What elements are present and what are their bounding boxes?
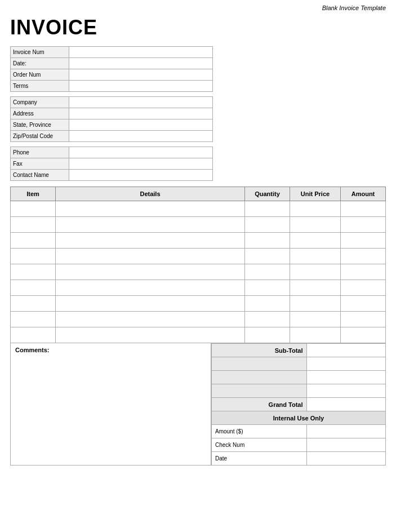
details-cell[interactable] — [56, 280, 245, 296]
table-row — [212, 384, 386, 398]
contact-name-field[interactable] — [69, 170, 213, 181]
check-num-value[interactable] — [306, 438, 385, 452]
table-row: State, Province — [11, 119, 213, 131]
address-field[interactable] — [69, 108, 213, 119]
table-row: Order Num — [11, 69, 213, 81]
quantity-header: Quantity — [245, 187, 290, 201]
date-field[interactable] — [69, 58, 213, 69]
amount-cell[interactable] — [341, 296, 386, 312]
totals-table: Sub-Total Grand Total Internal Use Only — [211, 343, 386, 466]
internal-date-value[interactable] — [306, 452, 385, 466]
quantity-cell[interactable] — [245, 312, 290, 327]
internal-use-row: Internal Use Only — [212, 411, 386, 425]
amount-cell[interactable] — [341, 233, 386, 249]
details-cell[interactable] — [56, 296, 245, 312]
amount-cell[interactable] — [341, 249, 386, 264]
state-province-label: State, Province — [11, 119, 69, 131]
amount-s-label: Amount ($) — [212, 425, 307, 438]
item-cell[interactable] — [11, 233, 56, 249]
amount-cell[interactable] — [341, 217, 386, 233]
table-row: Fax — [11, 158, 213, 170]
unit-price-cell[interactable] — [290, 217, 341, 233]
amount-cell[interactable] — [341, 312, 386, 327]
page: Blank Invoice Template INVOICE Invoice N… — [0, 0, 396, 532]
table-row: Phone — [11, 147, 213, 158]
invoice-num-field[interactable] — [69, 47, 213, 58]
address-label: Address — [11, 108, 69, 119]
amount-s-value[interactable] — [306, 425, 385, 438]
quantity-cell[interactable] — [245, 201, 290, 217]
state-province-field[interactable] — [69, 119, 213, 131]
item-cell[interactable] — [11, 217, 56, 233]
check-num-label: Check Num — [212, 438, 307, 452]
fax-label: Fax — [11, 158, 69, 170]
phone-field[interactable] — [69, 147, 213, 158]
details-cell[interactable] — [56, 201, 245, 217]
extra-value-1[interactable] — [306, 357, 385, 371]
unit-price-cell[interactable] — [290, 233, 341, 249]
quantity-cell[interactable] — [245, 280, 290, 296]
company-field[interactable] — [69, 97, 213, 108]
grand-total-value[interactable] — [306, 398, 385, 411]
quantity-cell[interactable] — [245, 264, 290, 280]
unit-price-cell[interactable] — [290, 201, 341, 217]
quantity-cell[interactable] — [245, 296, 290, 312]
unit-price-cell[interactable] — [290, 264, 341, 280]
amount-cell[interactable] — [341, 280, 386, 296]
amount-cell[interactable] — [341, 201, 386, 217]
terms-field[interactable] — [69, 81, 213, 92]
item-cell[interactable] — [11, 264, 56, 280]
extra-value-3[interactable] — [306, 384, 385, 398]
internal-date-label: Date — [212, 452, 307, 466]
contact-name-label: Contact Name — [11, 170, 69, 181]
item-cell[interactable] — [11, 327, 56, 343]
details-cell[interactable] — [56, 249, 245, 264]
table-row — [212, 371, 386, 384]
table-header-row: Item Details Quantity Unit Price Amount — [11, 187, 386, 201]
quantity-cell[interactable] — [245, 217, 290, 233]
info-table-1: Invoice Num Date: Order Num Terms — [10, 46, 213, 92]
unit-price-cell[interactable] — [290, 249, 341, 264]
table-row: Date: — [11, 58, 213, 69]
item-cell[interactable] — [11, 249, 56, 264]
zip-postal-label: Zip/Postal Code — [11, 131, 69, 142]
unit-price-cell[interactable] — [290, 327, 341, 343]
subtotal-value[interactable] — [306, 344, 385, 357]
order-num-field[interactable] — [69, 69, 213, 81]
extra-label-2 — [212, 371, 307, 384]
fax-field[interactable] — [69, 158, 213, 170]
quantity-cell[interactable] — [245, 249, 290, 264]
watermark-text: Blank Invoice Template — [322, 5, 386, 11]
details-header: Details — [56, 187, 245, 201]
item-cell[interactable] — [11, 312, 56, 327]
unit-price-cell[interactable] — [290, 280, 341, 296]
details-cell[interactable] — [56, 312, 245, 327]
details-cell[interactable] — [56, 233, 245, 249]
zip-postal-field[interactable] — [69, 131, 213, 142]
item-cell[interactable] — [11, 296, 56, 312]
info-table-3: Phone Fax Contact Name — [10, 147, 213, 181]
amount-cell[interactable] — [341, 264, 386, 280]
details-cell[interactable] — [56, 327, 245, 343]
table-row — [11, 249, 386, 264]
extra-value-2[interactable] — [306, 371, 385, 384]
item-cell[interactable] — [11, 201, 56, 217]
quantity-cell[interactable] — [245, 327, 290, 343]
company-label: Company — [11, 97, 69, 108]
unit-price-cell[interactable] — [290, 296, 341, 312]
unit-price-cell[interactable] — [290, 312, 341, 327]
item-cell[interactable] — [11, 280, 56, 296]
details-cell[interactable] — [56, 217, 245, 233]
date-row: Date — [212, 452, 386, 466]
details-cell[interactable] — [56, 264, 245, 280]
grand-total-row: Grand Total — [212, 398, 386, 411]
internal-use-header: Internal Use Only — [212, 411, 386, 425]
line-items-table: Item Details Quantity Unit Price Amount — [10, 187, 386, 343]
table-row — [11, 264, 386, 280]
quantity-cell[interactable] — [245, 233, 290, 249]
table-row — [11, 233, 386, 249]
amount-header: Amount — [341, 187, 386, 201]
phone-label: Phone — [11, 147, 69, 158]
item-header: Item — [11, 187, 56, 201]
amount-cell[interactable] — [341, 327, 386, 343]
